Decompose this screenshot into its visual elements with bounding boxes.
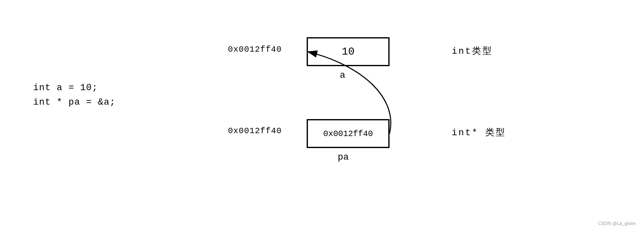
box-a: 10	[307, 37, 390, 66]
watermark: CSDN @La_gloire	[598, 221, 636, 226]
arrow-diagram	[0, 0, 644, 232]
variable-label-a: a	[340, 70, 345, 81]
code-line-2: int * pa = &a;	[33, 95, 116, 110]
code-line-1: int a = 10;	[33, 81, 116, 95]
code-block: int a = 10; int * pa = &a;	[33, 81, 116, 110]
address-label-pa: 0x0012ff40	[228, 126, 282, 136]
variable-label-pa: pa	[338, 152, 349, 163]
value-a: 10	[341, 45, 354, 58]
type-label-intptr: int* 类型	[452, 126, 506, 139]
box-pa: 0x0012ff40	[307, 119, 390, 148]
type-label-int: int类型	[452, 45, 493, 57]
address-label-a: 0x0012ff40	[228, 45, 282, 54]
value-pa: 0x0012ff40	[323, 129, 373, 139]
